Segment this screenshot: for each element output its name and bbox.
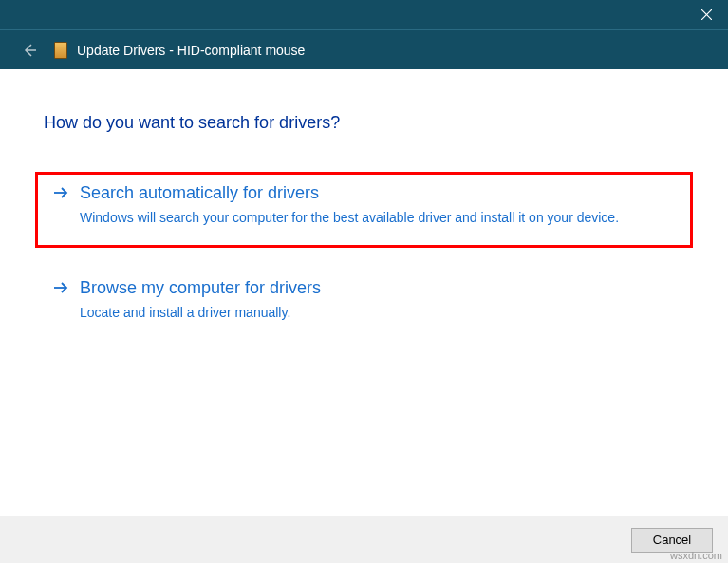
- titlebar: [0, 0, 728, 29]
- back-arrow-icon: [22, 43, 37, 58]
- back-button[interactable]: [20, 41, 39, 60]
- arrow-right-icon: [53, 185, 68, 204]
- page-heading: How do you want to search for drivers?: [44, 113, 684, 133]
- option-title: Browse my computer for drivers: [80, 277, 675, 299]
- content-area: How do you want to search for drivers? S…: [0, 69, 728, 339]
- option-description: Locate and install a driver manually.: [80, 303, 675, 322]
- option-description: Windows will search your computer for th…: [80, 208, 663, 227]
- close-button[interactable]: [685, 0, 728, 29]
- option-title: Search automatically for drivers: [80, 182, 663, 204]
- option-body: Browse my computer for drivers Locate an…: [80, 277, 675, 323]
- option-browse-computer[interactable]: Browse my computer for drivers Locate an…: [44, 270, 684, 340]
- cancel-button[interactable]: Cancel: [631, 528, 713, 553]
- wizard-header: Update Drivers - HID-compliant mouse: [0, 29, 728, 69]
- device-icon: [54, 42, 67, 59]
- arrow-right-icon: [53, 280, 68, 299]
- option-search-automatically[interactable]: Search automatically for drivers Windows…: [38, 175, 690, 245]
- wizard-title: Update Drivers - HID-compliant mouse: [77, 43, 305, 58]
- options-list: Search automatically for drivers Windows…: [44, 175, 684, 339]
- option-body: Search automatically for drivers Windows…: [80, 182, 663, 228]
- footer: Cancel: [0, 516, 728, 563]
- close-icon: [701, 9, 712, 20]
- watermark: wsxdn.com: [670, 550, 722, 561]
